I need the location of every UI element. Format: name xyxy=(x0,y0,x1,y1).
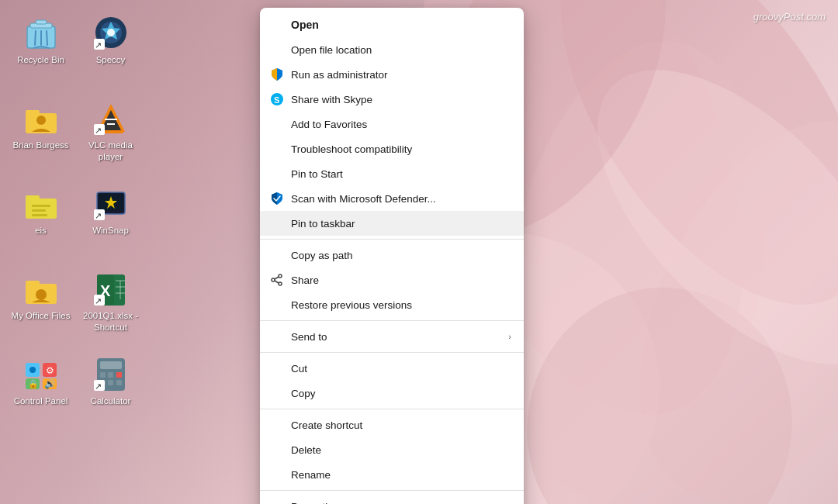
desktop-icon-eis[interactable]: eis xyxy=(8,178,74,264)
menu-label-pin-taskbar: Pin to taskbar xyxy=(291,218,511,230)
svg-line-75 xyxy=(275,277,279,279)
speccy-icon: ↗ xyxy=(94,16,128,50)
svg-text:🔊: 🔊 xyxy=(44,378,56,389)
winsnap-icon: ↗ xyxy=(94,186,128,220)
menu-label-send-to: Send to xyxy=(291,331,508,343)
menu-separator-5 xyxy=(260,490,524,491)
svg-rect-64 xyxy=(116,372,122,378)
context-menu: Open Open file location Run as administr… xyxy=(260,8,524,504)
brian-burgess-label: Brian Burgess xyxy=(12,140,68,151)
menu-item-properties[interactable]: Properties xyxy=(260,494,524,504)
menu-label-rename: Rename xyxy=(291,469,511,481)
menu-item-pin-taskbar[interactable]: Pin to taskbar xyxy=(260,211,524,236)
menu-icon-run-as-admin xyxy=(269,67,285,82)
menu-label-share-skype: Share with Skype xyxy=(291,94,511,105)
menu-item-add-favorites[interactable]: Add to Favorites xyxy=(260,112,524,136)
desktop-icons-area: Recycle Bin ↗ Speccy xyxy=(8,8,147,504)
menu-icon-properties xyxy=(269,499,285,504)
menu-item-troubleshoot[interactable]: Troubleshoot compatibility xyxy=(260,136,524,161)
svg-rect-66 xyxy=(108,380,113,385)
desktop-icon-excel-shortcut[interactable]: X ↗ 2001Q1.xlsx - Shortcut xyxy=(78,264,144,349)
menu-item-delete[interactable]: Delete xyxy=(260,437,524,462)
svg-rect-67 xyxy=(116,380,122,385)
menu-icon-copy xyxy=(269,385,285,401)
menu-item-share[interactable]: Share xyxy=(260,268,524,292)
menu-item-run-as-admin[interactable]: Run as administrator xyxy=(260,62,524,87)
svg-text:↗: ↗ xyxy=(95,211,102,220)
svg-rect-63 xyxy=(108,372,113,378)
menu-icon-open-file-location xyxy=(269,42,285,57)
calculator-icon-img: ↗ xyxy=(92,355,130,392)
menu-item-cut[interactable]: Cut xyxy=(260,356,524,381)
winsnap-label: WinSnap xyxy=(92,225,129,236)
menu-label-delete: Delete xyxy=(291,444,511,456)
desktop-icon-my-office-files[interactable]: My Office Files xyxy=(8,264,74,349)
control-panel-label: Control Panel xyxy=(14,395,68,407)
svg-line-76 xyxy=(275,281,279,283)
menu-item-open[interactable]: Open xyxy=(260,12,524,37)
desktop-icon-recycle-bin[interactable]: Recycle Bin xyxy=(8,8,74,93)
desktop-icon-brian-burgess[interactable]: Brian Burgess xyxy=(8,93,74,178)
menu-label-pin-start: Pin to Start xyxy=(291,168,511,180)
menu-item-copy-path[interactable]: Copy as path xyxy=(260,243,524,268)
menu-icon-send-to xyxy=(269,329,285,344)
svg-text:⚙: ⚙ xyxy=(46,365,54,376)
menu-item-pin-start[interactable]: Pin to Start xyxy=(260,161,524,186)
svg-point-42 xyxy=(36,289,47,300)
svg-text:↗: ↗ xyxy=(95,40,102,50)
recycle-bin-icon-img xyxy=(23,14,60,51)
menu-item-send-to[interactable]: Send to › xyxy=(260,324,524,349)
svg-line-14 xyxy=(47,31,47,45)
menu-item-scan-defender[interactable]: Scan with Microsoft Defender... xyxy=(260,186,524,211)
menu-icon-open xyxy=(269,17,285,33)
menu-item-open-file-location[interactable]: Open file location xyxy=(260,37,524,62)
svg-rect-32 xyxy=(32,205,50,207)
menu-icon-share-skype: S xyxy=(269,91,285,107)
menu-label-share: Share xyxy=(291,274,511,286)
menu-icon-cut xyxy=(269,361,285,376)
menu-separator-2 xyxy=(260,320,524,321)
menu-label-create-shortcut: Create shortcut xyxy=(291,419,511,431)
menu-icon-add-favorites xyxy=(269,116,285,132)
svg-text:S: S xyxy=(274,95,279,105)
svg-point-73 xyxy=(279,282,282,285)
svg-rect-33 xyxy=(32,209,46,212)
desktop-icon-calculator[interactable]: ↗ Calculator xyxy=(78,349,144,434)
menu-icon-copy-path xyxy=(269,247,285,263)
menu-label-run-as-admin: Run as administrator xyxy=(291,69,511,81)
control-panel-icon-img: ⚙ 🔒 🔊 xyxy=(23,355,60,392)
desktop-icon-vlc[interactable]: ↗ VLC media player xyxy=(78,93,144,178)
my-office-files-label: My Office Files xyxy=(12,310,71,322)
menu-item-create-shortcut[interactable]: Create shortcut xyxy=(260,413,524,437)
menu-label-open-file-location: Open file location xyxy=(291,44,511,56)
excel-shortcut-label: 2001Q1.xlsx - Shortcut xyxy=(80,310,142,333)
winsnap-icon-img: ↗ xyxy=(92,185,130,222)
menu-item-rename[interactable]: Rename xyxy=(260,462,524,487)
brian-burgess-icon-img xyxy=(23,99,60,136)
eis-icon-img xyxy=(23,185,60,222)
svg-rect-62 xyxy=(100,372,106,378)
menu-label-restore-prev: Restore previous versions xyxy=(291,299,511,311)
menu-item-share-skype[interactable]: S Share with Skype xyxy=(260,87,524,112)
svg-text:↗: ↗ xyxy=(95,296,102,306)
menu-icon-delete xyxy=(269,442,285,457)
excel-icon: X ↗ xyxy=(94,271,128,306)
menu-item-copy[interactable]: Copy xyxy=(260,381,524,406)
svg-rect-21 xyxy=(26,110,40,115)
desktop-icon-winsnap[interactable]: ↗ WinSnap xyxy=(78,178,144,264)
menu-icon-create-shortcut xyxy=(269,417,285,433)
svg-rect-34 xyxy=(32,214,47,216)
my-office-files-icon-img xyxy=(23,270,60,307)
desktop-icon-control-panel[interactable]: ⚙ 🔒 🔊 Control Panel xyxy=(8,349,74,434)
menu-label-add-favorites: Add to Favorites xyxy=(291,119,511,130)
defender-shield-icon xyxy=(270,192,284,205)
menu-item-restore-prev[interactable]: Restore previous versions xyxy=(260,292,524,317)
share-icon xyxy=(271,274,283,286)
svg-point-56 xyxy=(29,367,36,373)
vlc-label: VLC media player xyxy=(80,140,142,163)
recycle-bin-label: Recycle Bin xyxy=(17,54,64,66)
speccy-icon-img: ↗ xyxy=(92,14,130,51)
svg-rect-41 xyxy=(26,281,40,285)
menu-label-open: Open xyxy=(291,19,511,31)
desktop-icon-speccy[interactable]: ↗ Speccy xyxy=(78,8,144,93)
